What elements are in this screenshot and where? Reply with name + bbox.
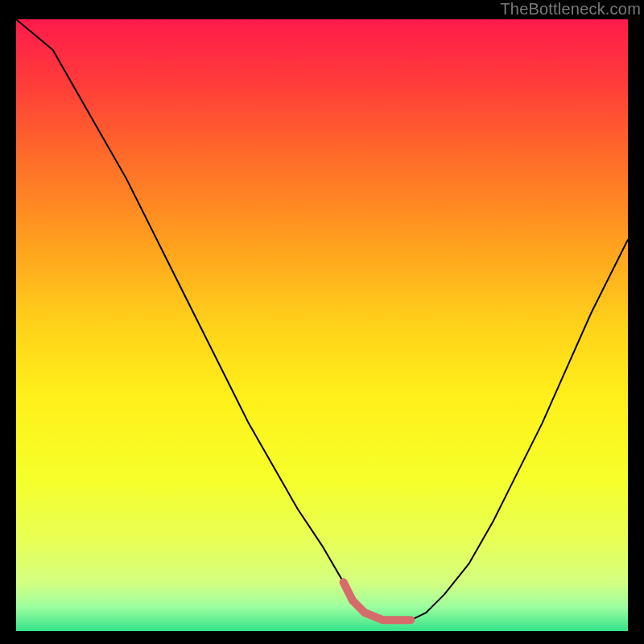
gradient-bg — [16, 19, 628, 631]
watermark-text: TheBottleneck.com — [500, 0, 641, 19]
bottleneck-chart — [16, 19, 628, 631]
chart-frame — [16, 19, 628, 631]
